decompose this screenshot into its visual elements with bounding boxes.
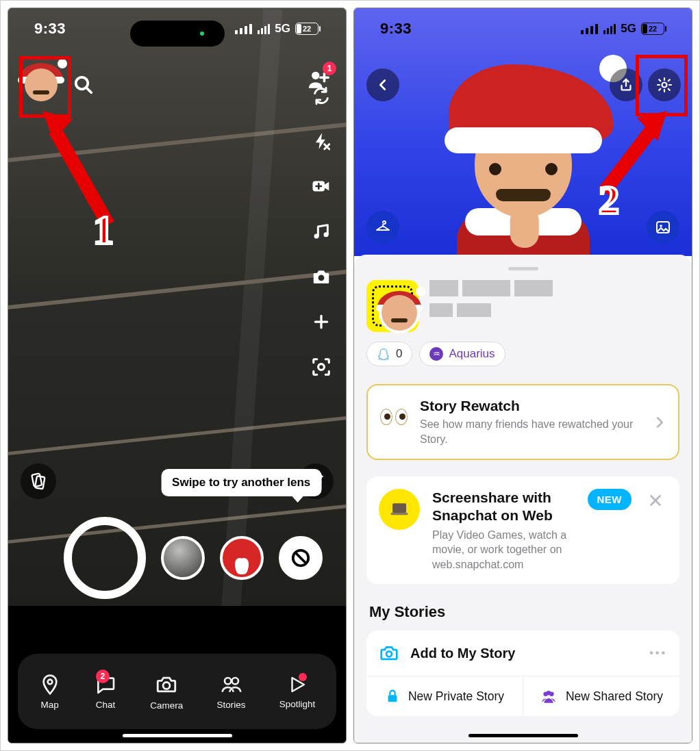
scan-button[interactable] (308, 353, 335, 381)
zodiac-chip[interactable]: ♒︎ Aquarius (419, 342, 505, 366)
camera-screen: 9:33 5G 22 (8, 8, 347, 743)
story-rewatch-title: Story Rewatch (420, 398, 648, 414)
new-shared-story-button[interactable]: New Shared Story (523, 676, 679, 716)
background-button[interactable] (647, 211, 679, 244)
nav-camera[interactable]: Camera (150, 673, 183, 711)
story-rewatch-subtitle: See how many friends have rewatched your… (420, 417, 648, 446)
close-icon (648, 493, 663, 508)
camera-icon (311, 266, 332, 287)
chevron-right-icon (652, 415, 667, 430)
dual-signal-icon (235, 24, 253, 34)
camera-mode-button[interactable] (308, 263, 335, 290)
svg-point-30 (660, 225, 662, 227)
nav-spotlight-label: Spotlight (279, 699, 316, 709)
svg-point-35 (386, 652, 392, 657)
zodiac-label: Aquarius (449, 347, 495, 361)
my-stories-heading: My Stories (369, 603, 679, 621)
profile-name-block (429, 280, 679, 324)
profile-sheet[interactable]: 0 ♒︎ Aquarius Story Rewatch See how many… (354, 255, 692, 743)
lens-tooltip: Swipe to try another lens (161, 469, 321, 496)
screenshare-card[interactable]: Screenshare with Snapchat on Web Play Vi… (366, 476, 679, 584)
annotation-box-1 (19, 56, 71, 118)
outfit-button[interactable] (366, 211, 399, 244)
eyes-emoji-icon (380, 409, 408, 436)
laptop-icon (379, 489, 420, 530)
ghost-icon (377, 347, 390, 361)
screenshare-title: Screenshare with Snapchat on Web (432, 489, 575, 525)
lens-option-2[interactable] (220, 536, 264, 580)
aquarius-icon: ♒︎ (429, 347, 443, 361)
flip-icon (312, 86, 331, 105)
svg-point-39 (547, 691, 551, 696)
flip-camera-button[interactable] (308, 82, 335, 110)
nav-spotlight[interactable]: Spotlight (279, 674, 316, 709)
shared-story-label: New Shared Story (566, 689, 663, 704)
add-tool-button[interactable] (308, 308, 335, 335)
add-to-my-story-button[interactable]: Add to My Story ••• (366, 631, 679, 676)
svg-point-23 (163, 682, 170, 689)
my-stories-card: Add to My Story ••• New Private Story Ne… (366, 631, 679, 716)
image-icon (655, 219, 671, 236)
lens-option-3[interactable] (279, 536, 323, 580)
svg-rect-32 (391, 513, 408, 515)
svg-point-24 (225, 678, 231, 684)
snapscore-chip[interactable]: 0 (366, 342, 412, 366)
new-pill: NEW (588, 489, 632, 510)
share-up-icon (618, 77, 634, 92)
battery-icon: 22 (295, 23, 318, 35)
map-pin-icon (39, 674, 61, 696)
memories-button[interactable] (21, 463, 56, 499)
new-private-story-button[interactable]: New Private Story (366, 676, 523, 716)
snapcode[interactable] (366, 280, 418, 332)
camera-tools (308, 82, 335, 381)
group-icon (540, 687, 558, 705)
search-icon (73, 75, 94, 95)
flash-button[interactable] (308, 127, 335, 155)
more-icon[interactable]: ••• (649, 647, 667, 659)
no-entry-icon (290, 548, 311, 568)
svg-rect-36 (388, 696, 397, 702)
spotlight-dot-icon (299, 673, 307, 681)
svg-line-21 (295, 552, 307, 564)
shutter-button[interactable] (64, 517, 146, 599)
status-bar: 9:33 5G 22 (354, 8, 692, 49)
svg-line-1 (86, 88, 92, 93)
svg-point-11 (324, 232, 329, 237)
nav-chat[interactable]: 2 Chat (95, 674, 116, 710)
home-indicator[interactable] (468, 734, 578, 737)
nav-camera-label: Camera (150, 700, 183, 711)
svg-point-15 (318, 364, 325, 370)
plus-icon (312, 313, 330, 331)
nav-stories[interactable]: Stories (217, 674, 246, 710)
scan-icon (311, 357, 332, 377)
story-rewatch-card[interactable]: Story Rewatch See how many friends have … (366, 384, 679, 460)
search-button[interactable] (68, 70, 99, 100)
private-story-label: New Private Story (408, 689, 504, 704)
people-icon (221, 674, 242, 696)
status-time: 9:33 (34, 20, 66, 38)
lock-icon (385, 689, 400, 704)
snapscore-value: 0 (396, 347, 402, 361)
video-call-button[interactable] (308, 173, 335, 200)
svg-point-25 (232, 678, 238, 684)
sheet-handle[interactable] (508, 267, 538, 270)
bitmoji-avatar[interactable] (445, 63, 602, 262)
tutorial-frame: 9:33 5G 22 (0, 0, 700, 751)
nav-map[interactable]: Map (39, 674, 61, 710)
lens-option-1[interactable] (161, 536, 205, 580)
add-friend-badge: 1 (323, 62, 336, 75)
shutter-row (8, 517, 346, 599)
camera-nav-icon (155, 673, 178, 696)
flash-off-icon (312, 131, 331, 151)
dismiss-screenshare-button[interactable] (644, 489, 667, 512)
signal-icon (258, 24, 270, 34)
home-indicator[interactable] (123, 734, 232, 737)
video-plus-icon (311, 176, 332, 196)
back-button[interactable] (366, 68, 399, 101)
music-icon (312, 222, 331, 241)
chat-badge: 2 (96, 670, 110, 683)
snapcode-bitmoji-icon (379, 292, 420, 333)
battery-icon: 22 (641, 23, 664, 35)
network-label: 5G (275, 22, 290, 36)
music-button[interactable] (308, 218, 335, 245)
